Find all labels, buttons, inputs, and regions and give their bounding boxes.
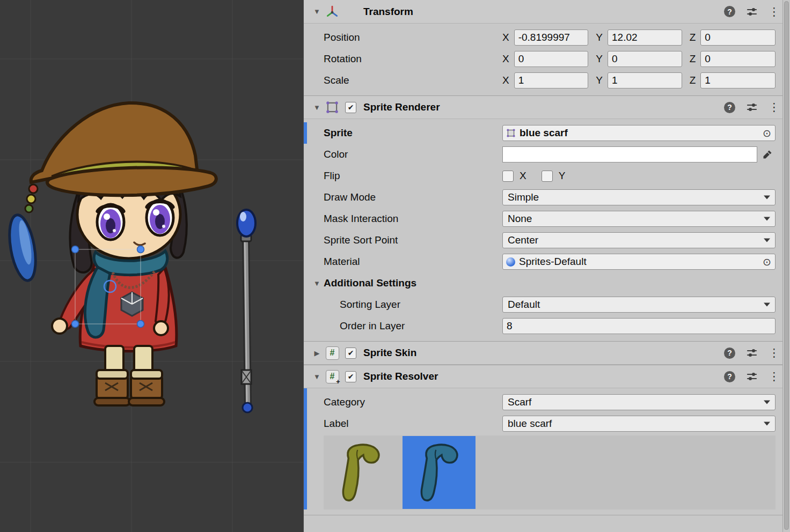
eyedropper-icon[interactable] bbox=[759, 149, 776, 160]
rotation-y-input[interactable] bbox=[608, 51, 682, 67]
axis-z-label: Z bbox=[690, 32, 696, 43]
vertical-scrollbar[interactable] bbox=[782, 0, 790, 532]
chevron-down-icon bbox=[764, 239, 770, 242]
scene-view[interactable] bbox=[0, 0, 303, 532]
foldout-arrow-icon[interactable]: ▶ bbox=[312, 349, 321, 357]
material-value: Sprites-Default bbox=[519, 256, 758, 268]
flip-x-checkbox[interactable] bbox=[502, 171, 514, 182]
help-icon[interactable]: ? bbox=[724, 102, 735, 113]
help-icon[interactable]: ? bbox=[724, 371, 735, 382]
axis-z-label: Z bbox=[690, 75, 696, 86]
position-z-input[interactable] bbox=[700, 29, 776, 46]
character-sprite[interactable] bbox=[5, 103, 216, 405]
flip-y-checkbox[interactable] bbox=[542, 171, 553, 182]
sprite-thumbnail-green-scarf[interactable] bbox=[324, 436, 397, 509]
draw-mode-value: Simple bbox=[508, 191, 539, 203]
axis-z-label: Z bbox=[690, 53, 696, 65]
kebab-menu-icon[interactable]: ⋮ bbox=[769, 370, 775, 383]
sprite-thumbnail-strip bbox=[324, 435, 776, 509]
kebab-menu-icon[interactable]: ⋮ bbox=[769, 346, 775, 359]
sorting-layer-value: Default bbox=[508, 299, 540, 311]
foldout-arrow-icon[interactable]: ▼ bbox=[312, 8, 321, 16]
foldout-arrow-icon[interactable]: ▼ bbox=[312, 373, 321, 381]
axis-x-label: X bbox=[502, 75, 509, 86]
scrollbar-thumb[interactable] bbox=[784, 1, 789, 530]
axis-x-label: X bbox=[502, 32, 509, 43]
material-icon bbox=[506, 257, 515, 267]
draw-mode-label: Draw Mode bbox=[324, 191, 502, 203]
order-in-layer-input[interactable] bbox=[502, 318, 776, 334]
sprite-row: Sprite blue scarf ⊙ bbox=[304, 122, 782, 144]
sprite-resolver-header[interactable]: ▼ # + ✔ Sprite Resolver ? bbox=[304, 365, 782, 388]
sprite-thumbnail-blue-scarf[interactable] bbox=[403, 436, 476, 509]
header-spacer bbox=[345, 6, 356, 17]
prefab-override-indicator bbox=[304, 122, 307, 144]
sprite-resolver-title: Sprite Resolver bbox=[363, 371, 438, 382]
help-icon[interactable]: ? bbox=[724, 348, 735, 359]
rotation-fields: X Y Z bbox=[502, 51, 776, 67]
transform-header[interactable]: ▼ Transform ? bbox=[304, 0, 782, 24]
material-object-field[interactable]: Sprites-Default ⊙ bbox=[502, 254, 776, 270]
inspector-footer bbox=[304, 515, 782, 531]
category-dropdown[interactable]: Scarf bbox=[502, 394, 776, 410]
kebab-menu-icon[interactable]: ⋮ bbox=[769, 5, 775, 18]
material-row: Material Sprites-Default ⊙ bbox=[304, 251, 782, 272]
mask-interaction-value: None bbox=[508, 213, 532, 225]
sorting-layer-dropdown[interactable]: Default bbox=[502, 297, 776, 313]
sprite-sort-point-row: Sprite Sort Point Center bbox=[304, 230, 782, 251]
foldout-arrow-icon[interactable]: ▼ bbox=[312, 104, 321, 112]
chevron-down-icon bbox=[764, 303, 770, 307]
chevron-down-icon bbox=[764, 422, 770, 426]
material-label: Material bbox=[324, 256, 502, 268]
help-icon[interactable]: ? bbox=[724, 6, 735, 17]
sprite-renderer-icon bbox=[325, 100, 340, 115]
enabled-checkbox[interactable]: ✔ bbox=[345, 348, 356, 359]
enabled-checkbox[interactable]: ✔ bbox=[345, 371, 356, 382]
color-swatch[interactable] bbox=[502, 146, 757, 162]
object-picker-icon[interactable]: ⊙ bbox=[762, 257, 772, 267]
mask-interaction-dropdown[interactable]: None bbox=[502, 211, 776, 227]
axis-x-label: X bbox=[502, 53, 509, 65]
color-label: Color bbox=[324, 149, 502, 160]
inspector-panel: ▼ Transform ? bbox=[303, 0, 782, 532]
chevron-down-icon bbox=[764, 196, 770, 200]
foldout-arrow-icon[interactable]: ▼ bbox=[312, 279, 321, 287]
sprite-sort-point-dropdown[interactable]: Center bbox=[502, 232, 776, 248]
flip-row: Flip X Y bbox=[304, 165, 782, 187]
sprite-renderer-header[interactable]: ▼ ✔ Sprite Renderer ? bbox=[304, 95, 782, 119]
preset-icon[interactable] bbox=[746, 347, 758, 359]
transform-component: ▼ Transform ? bbox=[304, 0, 782, 95]
scale-row: Scale X Y Z bbox=[304, 70, 782, 91]
sprite-object-field[interactable]: blue scarf ⊙ bbox=[502, 125, 776, 141]
sprite-resolver-component: ▼ # + ✔ Sprite Resolver ? bbox=[304, 365, 782, 509]
position-label: Position bbox=[324, 32, 502, 43]
preset-icon[interactable] bbox=[746, 101, 758, 113]
sprite-value: blue scarf bbox=[520, 127, 758, 139]
check-icon: ✔ bbox=[348, 349, 354, 357]
flip-x-label: X bbox=[520, 170, 526, 182]
scale-label: Scale bbox=[324, 75, 502, 86]
scale-y-input[interactable] bbox=[608, 72, 682, 88]
sprite-skin-header[interactable]: ▶ # ✔ Sprite Skin ? bbox=[304, 341, 782, 365]
hash-glyph: # bbox=[330, 372, 335, 381]
preset-icon[interactable] bbox=[746, 6, 758, 18]
staff-sprite[interactable] bbox=[237, 210, 255, 412]
order-in-layer-label: Order in Layer bbox=[324, 320, 502, 332]
scale-z-input[interactable] bbox=[700, 72, 776, 88]
preset-icon[interactable] bbox=[746, 371, 758, 382]
label-dropdown[interactable]: blue scarf bbox=[502, 416, 776, 432]
label-label: Label bbox=[324, 418, 502, 430]
draw-mode-dropdown[interactable]: Simple bbox=[502, 189, 776, 205]
rotation-z-input[interactable] bbox=[700, 51, 776, 67]
position-x-input[interactable] bbox=[514, 29, 589, 46]
additional-settings-row[interactable]: ▼ Additional Settings bbox=[304, 272, 782, 294]
scale-x-input[interactable] bbox=[514, 72, 589, 88]
rotation-label: Rotation bbox=[324, 53, 502, 65]
check-icon: ✔ bbox=[348, 104, 354, 111]
object-picker-icon[interactable]: ⊙ bbox=[762, 128, 772, 138]
rotation-x-input[interactable] bbox=[514, 51, 589, 67]
sprite-resolver-body: Category Scarf Label blue scarf bbox=[304, 388, 782, 509]
kebab-menu-icon[interactable]: ⋮ bbox=[769, 101, 775, 114]
enabled-checkbox[interactable]: ✔ bbox=[345, 102, 356, 113]
position-y-input[interactable] bbox=[608, 29, 682, 46]
